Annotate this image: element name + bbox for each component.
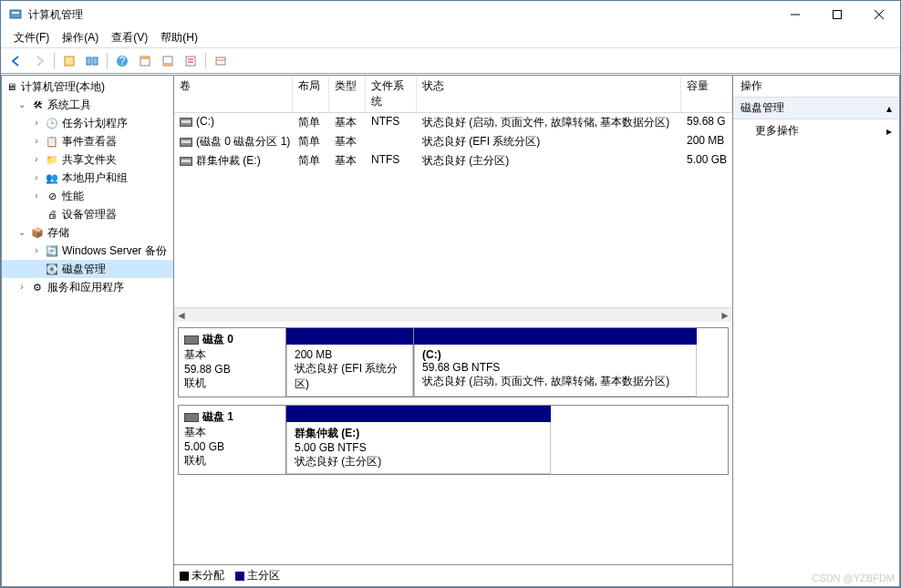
- properties-button[interactable]: [59, 51, 79, 71]
- backup-icon: 🔄: [45, 243, 59, 258]
- disk-row[interactable]: 磁盘 0基本59.88 GB联机200 MB状态良好 (EFI 系统分区)(C:…: [178, 327, 729, 397]
- drive-icon: [180, 138, 192, 147]
- disk-graphical-view[interactable]: 磁盘 0基本59.88 GB联机200 MB状态良好 (EFI 系统分区)(C:…: [174, 322, 732, 564]
- view-top-button[interactable]: [135, 51, 155, 71]
- volume-list[interactable]: 卷 布局 类型 文件系统 状态 容量 (C:)简单基本NTFS状态良好 (启动,…: [174, 76, 732, 307]
- show-hide-button[interactable]: [82, 51, 102, 71]
- tree-label: 磁盘管理: [62, 261, 106, 277]
- disk-partitions: 200 MB状态良好 (EFI 系统分区)(C:)59.68 GB NTFS状态…: [286, 328, 728, 397]
- expand-icon[interactable]: ›: [31, 133, 42, 150]
- actions-group[interactable]: 磁盘管理 ▴: [733, 98, 899, 119]
- chevron-right-icon: ▸: [886, 125, 892, 138]
- disk-icon: 💽: [45, 262, 59, 276]
- settings-button[interactable]: [181, 51, 201, 71]
- partition[interactable]: (C:)59.68 GB NTFS状态良好 (启动, 页面文件, 故障转储, 基…: [414, 328, 697, 397]
- tree-label: 任务计划程序: [62, 115, 128, 131]
- legend-unalloc-label: 未分配: [192, 569, 224, 582]
- svg-rect-7: [87, 57, 91, 65]
- volume-row[interactable]: (磁盘 0 磁盘分区 1)简单基本状态良好 (EFI 系统分区)200 MB: [174, 132, 732, 151]
- tree-performance[interactable]: ›⊘性能: [2, 187, 173, 205]
- actions-more[interactable]: 更多操作 ▸: [733, 119, 899, 142]
- scroll-right-icon[interactable]: ►: [718, 308, 732, 323]
- volume-row[interactable]: (C:)简单基本NTFS状态良好 (启动, 页面文件, 故障转储, 基本数据分区…: [174, 113, 732, 132]
- scroll-track[interactable]: [189, 308, 718, 323]
- partition[interactable]: 200 MB状态良好 (EFI 系统分区): [286, 328, 414, 397]
- actions-group-label: 磁盘管理: [740, 100, 784, 116]
- expand-icon[interactable]: ›: [31, 242, 42, 259]
- expand-icon[interactable]: ›: [31, 151, 42, 168]
- tree-storage[interactable]: ⌄📦存储: [2, 223, 173, 242]
- menu-help[interactable]: 帮助(H): [155, 28, 203, 47]
- tree-ws-backup[interactable]: ›🔄Windows Server 备份: [2, 242, 173, 260]
- legend-primary: 主分区: [235, 568, 280, 583]
- partition-body: 群集仲裁 (E:)5.00 GB NTFS状态良好 (主分区): [286, 422, 551, 474]
- disk-partitions: 群集仲裁 (E:)5.00 GB NTFS状态良好 (主分区): [286, 406, 728, 474]
- collapse-icon[interactable]: ⌄: [16, 224, 27, 241]
- legend-primary-swatch: [235, 572, 244, 581]
- disk-row[interactable]: 磁盘 1基本5.00 GB联机群集仲裁 (E:)5.00 GB NTFS状态良好…: [178, 405, 729, 475]
- device-icon: 🖨: [45, 207, 59, 222]
- tree-root[interactable]: 🖥计算机管理(本地): [2, 77, 173, 96]
- actions-header: 操作: [733, 76, 899, 98]
- drive-icon: [180, 118, 192, 127]
- tree-label: 系统工具: [47, 97, 91, 113]
- svg-rect-6: [65, 57, 74, 66]
- window-controls: [774, 1, 900, 28]
- close-button[interactable]: [858, 1, 900, 28]
- menu-file[interactable]: 文件(F): [8, 28, 55, 47]
- scroll-left-icon[interactable]: ◄: [174, 308, 189, 323]
- tree-shared-folders[interactable]: ›📁共享文件夹: [2, 150, 173, 169]
- computer-icon: 🖥: [4, 79, 18, 94]
- app-window: 计算机管理 文件(F) 操作(A) 查看(V) 帮助(H) ? 🖥计算机管理(本…: [0, 0, 901, 588]
- col-capacity[interactable]: 容量: [681, 76, 732, 112]
- col-type[interactable]: 类型: [329, 76, 366, 112]
- expand-icon[interactable]: ›: [31, 188, 42, 204]
- expand-icon[interactable]: ›: [31, 170, 42, 186]
- volume-rows: (C:)简单基本NTFS状态良好 (启动, 页面文件, 故障转储, 基本数据分区…: [174, 113, 732, 170]
- svg-rect-14: [163, 63, 172, 66]
- partition-body: (C:)59.68 GB NTFS状态良好 (启动, 页面文件, 故障转储, 基…: [414, 345, 697, 397]
- col-layout[interactable]: 布局: [293, 76, 329, 112]
- forward-button[interactable]: [29, 51, 49, 71]
- menu-action[interactable]: 操作(A): [57, 28, 104, 47]
- watermark: CSDN @YZBFDM: [812, 573, 895, 583]
- tree-task-scheduler[interactable]: ›🕒任务计划程序: [2, 114, 173, 132]
- storage-icon: 📦: [30, 225, 45, 240]
- tree-disk-management[interactable]: 💽磁盘管理: [2, 260, 173, 278]
- menu-view[interactable]: 查看(V): [106, 28, 153, 47]
- view-bottom-button[interactable]: [158, 51, 178, 71]
- collapse-icon[interactable]: ⌄: [16, 97, 27, 113]
- back-button[interactable]: [6, 51, 26, 71]
- tree-label: 设备管理器: [62, 206, 117, 222]
- folder-icon: 📁: [45, 152, 59, 167]
- volume-row[interactable]: 群集仲裁 (E:)简单基本NTFS状态良好 (主分区)5.00 GB: [174, 151, 732, 170]
- event-icon: 📋: [45, 134, 59, 149]
- svg-text:?: ?: [119, 55, 126, 67]
- partition-header: [286, 328, 413, 345]
- perf-icon: ⊘: [45, 189, 59, 203]
- horizontal-scrollbar[interactable]: ◄ ►: [174, 307, 732, 322]
- tree-event-viewer[interactable]: ›📋事件查看器: [2, 132, 173, 150]
- tree-services-apps[interactable]: ›⚙服务和应用程序: [2, 278, 173, 296]
- help-button[interactable]: ?: [112, 51, 132, 71]
- navigation-tree[interactable]: 🖥计算机管理(本地) ⌄🛠系统工具 ›🕒任务计划程序 ›📋事件查看器 ›📁共享文…: [1, 75, 174, 587]
- tree-system-tools[interactable]: ⌄🛠系统工具: [2, 96, 173, 114]
- col-status[interactable]: 状态: [417, 76, 681, 112]
- col-volume[interactable]: 卷: [174, 76, 293, 112]
- collapse-icon: ▴: [886, 102, 892, 115]
- col-fs[interactable]: 文件系统: [366, 76, 417, 112]
- partition[interactable]: 群集仲裁 (E:)5.00 GB NTFS状态良好 (主分区): [286, 406, 551, 474]
- list-button[interactable]: [211, 51, 231, 71]
- legend-primary-label: 主分区: [247, 569, 280, 582]
- expand-icon[interactable]: ›: [31, 115, 42, 131]
- maximize-button[interactable]: [816, 1, 858, 28]
- tree-device-manager[interactable]: 🖨设备管理器: [2, 205, 173, 223]
- minimize-button[interactable]: [774, 1, 816, 28]
- tree-local-users[interactable]: ›👥本地用户和组: [2, 169, 173, 187]
- toolbar: ?: [1, 48, 900, 74]
- clock-icon: 🕒: [45, 116, 59, 130]
- expand-icon[interactable]: ›: [16, 279, 27, 295]
- tools-icon: 🛠: [30, 98, 45, 112]
- svg-rect-3: [834, 11, 842, 19]
- svg-rect-1: [12, 12, 19, 14]
